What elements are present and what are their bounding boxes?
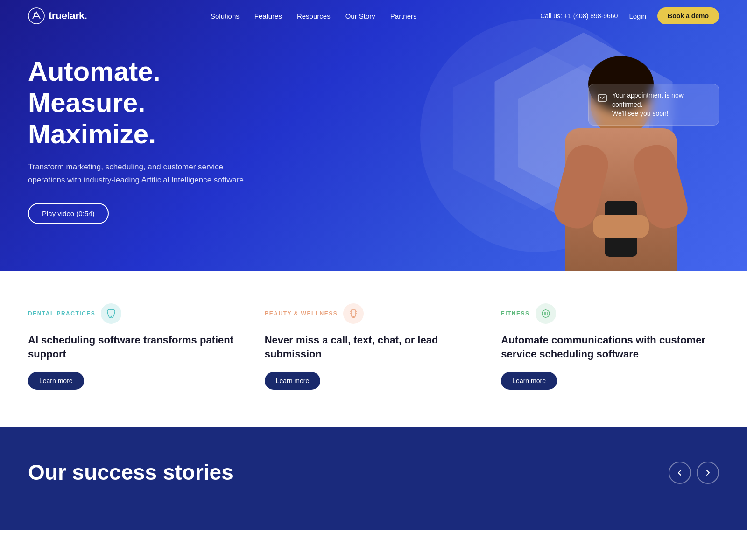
nav-partners[interactable]: Partners — [390, 12, 417, 20]
play-video-button[interactable]: Play video (0:54) — [28, 203, 109, 224]
svg-rect-4 — [598, 95, 606, 101]
fitness-learn-more-button[interactable]: Learn more — [501, 372, 557, 390]
book-demo-button[interactable]: Book a demo — [657, 7, 719, 24]
success-section: Our success stories — [0, 427, 747, 530]
navigation: truelark. Solutions Features Resources O… — [0, 0, 747, 32]
login-link[interactable]: Login — [629, 12, 646, 20]
nav-phone: Call us: +1 (408) 898-9660 — [540, 12, 618, 20]
dental-learn-more-button[interactable]: Learn more — [28, 372, 84, 390]
prev-arrow-button[interactable] — [669, 462, 691, 484]
svg-point-0 — [28, 8, 44, 24]
dental-icon — [101, 303, 121, 324]
chevron-right-icon — [704, 469, 712, 476]
chevron-left-icon — [676, 469, 684, 476]
nav-solutions[interactable]: Solutions — [211, 12, 240, 20]
card-fitness: FITNESS Automate communications with cus… — [501, 303, 719, 390]
logo[interactable]: truelark. — [28, 7, 87, 24]
hero-title: Automate. Measure. Maximize. — [28, 56, 261, 149]
notification-line1: Your appointment is now confirmed. — [612, 91, 710, 109]
fitness-card-title: Automate communications with customer se… — [501, 333, 719, 361]
hero-person-image — [532, 42, 710, 271]
next-arrow-button[interactable] — [697, 462, 719, 484]
nav-links: Solutions Features Resources Our Story P… — [211, 12, 417, 20]
card-beauty-category: BEAUTY & WELLNESS — [265, 303, 483, 324]
svg-rect-5 — [351, 310, 356, 316]
success-nav — [669, 462, 719, 484]
card-fitness-category: FITNESS — [501, 303, 719, 324]
hero-subtitle: Transform marketing, scheduling, and cus… — [28, 161, 261, 186]
success-header: Our success stories — [28, 460, 719, 485]
fitness-category-label: FITNESS — [501, 310, 529, 317]
card-dental-category: DENTAL PRACTICES — [28, 303, 246, 324]
beauty-card-title: Never miss a call, text, chat, or lead s… — [265, 333, 483, 361]
beauty-icon — [343, 303, 364, 324]
logo-icon — [28, 7, 45, 24]
nav-our-story[interactable]: Our Story — [345, 12, 375, 20]
nav-features[interactable]: Features — [254, 12, 282, 20]
hero-image-area: Your appointment is now confirmed. We'll… — [336, 0, 747, 271]
beauty-category-label: BEAUTY & WELLNESS — [265, 310, 338, 317]
beauty-learn-more-button[interactable]: Learn more — [265, 372, 321, 390]
fitness-icon — [536, 303, 556, 324]
hero-content: Automate. Measure. Maximize. Transform m… — [0, 19, 289, 252]
notification-icon — [597, 92, 607, 103]
success-title: Our success stories — [28, 460, 233, 485]
card-dental: DENTAL PRACTICES AI scheduling software … — [28, 303, 246, 390]
logo-text: truelark. — [49, 10, 87, 22]
dental-card-title: AI scheduling software transforms patien… — [28, 333, 246, 361]
notification-text: Your appointment is now confirmed. We'll… — [612, 91, 710, 119]
svg-point-1 — [34, 13, 35, 15]
notification-bubble: Your appointment is now confirmed. We'll… — [588, 84, 719, 126]
notification-line2: We'll see you soon! — [612, 109, 710, 119]
card-beauty: BEAUTY & WELLNESS Never miss a call, tex… — [265, 303, 483, 390]
cards-section: DENTAL PRACTICES AI scheduling software … — [0, 271, 747, 427]
nav-resources[interactable]: Resources — [297, 12, 331, 20]
hero-section: Automate. Measure. Maximize. Transform m… — [0, 0, 747, 271]
dental-category-label: DENTAL PRACTICES — [28, 310, 95, 317]
nav-right: Call us: +1 (408) 898-9660 Login Book a … — [540, 7, 719, 24]
